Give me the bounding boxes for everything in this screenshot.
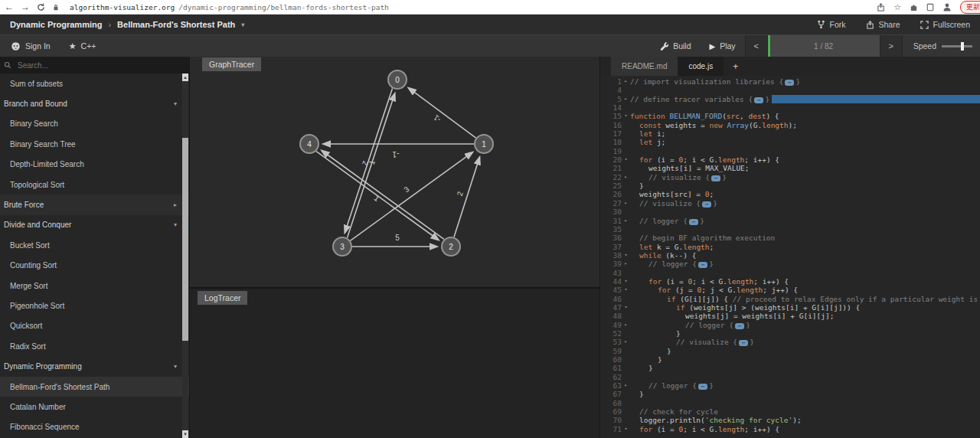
step-prev-button[interactable]: < [745,35,768,57]
log-tracer-panel[interactable]: LogTracer [190,287,599,438]
algorithm-list: Sum of subsetsBranch and Bound▾Binary Se… [0,74,189,437]
breadcrumb-category[interactable]: Dynamic Programming [10,20,102,29]
sidebar-item[interactable]: Merge Sort [0,276,189,296]
scroll-down-icon[interactable]: ▼ [182,430,188,438]
fullscreen-icon [920,21,929,29]
share-page-icon[interactable] [877,3,885,11]
search-bar[interactable] [0,57,189,74]
progress-bar[interactable]: 1 / 82 [768,35,880,57]
graph-canvas[interactable]: -1-121325101234 [190,57,599,287]
sidebar-item[interactable]: Binary Search Tree [0,134,189,154]
fold-widget-icon[interactable]: ▸ [622,217,630,225]
forward-icon[interactable]: → [21,2,30,11]
speed-slider-thumb[interactable] [961,42,964,51]
fold-widget-icon[interactable]: ▾ [622,303,630,312]
sidebar-item[interactable]: Depth-Limited Search [0,155,189,175]
fold-widget-icon[interactable]: ▾ [622,251,630,260]
add-tab-button[interactable]: + [724,57,747,76]
fold-spacer [622,269,630,277]
bookmark-star-icon[interactable]: ☆ [893,3,901,11]
url-domain: algorithm-visualizer.org [70,3,175,11]
execution-highlight [772,95,980,103]
browser-update-button[interactable]: 更新 [960,1,980,14]
reload-icon[interactable] [37,3,45,11]
sidebar-item[interactable]: Divide and Conquer▾ [0,215,189,235]
fold-widget-icon[interactable]: ▸ [622,321,630,329]
language-select[interactable]: ★ C++ [69,41,96,51]
fold-widget-icon[interactable]: ▸ [622,173,630,181]
fold-widget-icon[interactable]: ▾ [622,277,630,286]
code-line: 43 [603,269,980,277]
fork-button[interactable]: Fork [817,20,846,29]
build-button[interactable]: Build [650,35,700,57]
code-line: 27▸// visualize {⋯} [603,199,980,208]
sidepanel-icon[interactable] [926,3,934,11]
fold-widget-icon[interactable]: ▸ [622,260,630,268]
sidebar-scrollbar[interactable]: ▲ ▼ [182,74,188,438]
fold-placeholder: ⋯ [698,384,707,390]
fold-placeholder: ⋯ [689,219,698,225]
progress-text: 1 / 82 [814,42,833,51]
back-icon[interactable]: ← [5,2,14,11]
fold-placeholder: ⋯ [785,80,794,86]
sidebar-item[interactable]: Pigeonhole Sort [0,296,189,315]
fold-spacer [622,208,630,216]
sidebar-item[interactable]: Radix Sort [0,336,189,356]
profile-avatar-icon[interactable] [942,2,952,11]
fold-spacer [622,373,630,381]
fold-spacer [622,234,630,242]
fold-widget-icon[interactable]: ▸ [622,338,630,346]
page-title[interactable]: Bellman-Ford's Shortest Path [117,20,235,29]
fold-placeholder: ⋯ [702,201,711,208]
sidebar-item[interactable]: Brute Force▸ [0,194,189,214]
search-input[interactable] [16,60,154,70]
sidebar-item[interactable]: Branch and Bound▾ [0,93,189,113]
code-line: 15▾function BELLMAN_FORD(src, dest) { [603,112,980,120]
fold-widget-icon[interactable]: ▸ [622,77,630,86]
sidebar-item[interactable]: Fibonacci Sequence [0,417,189,437]
graph-edge [322,151,444,240]
sidebar-item[interactable]: Sum of subsets [0,74,189,93]
fold-widget-icon[interactable]: ▸ [622,199,630,208]
sidebar-item[interactable]: Bellman-Ford's Shortest Path [0,377,189,397]
share-button[interactable]: Share [866,20,900,29]
scrollbar-thumb[interactable] [182,138,188,341]
fold-spacer [622,190,630,198]
edge-weight-label: -1 [392,150,399,159]
sidebar-item[interactable]: Dynamic Programming▾ [0,356,189,376]
edge-weight-label: 1 [373,194,381,203]
fold-widget-icon[interactable]: ▾ [622,112,630,120]
fold-placeholder: ⋯ [739,340,748,346]
sidebar-item[interactable]: Binary Search [0,114,189,134]
fold-widget-icon[interactable]: ▸ [622,95,630,103]
fold-widget-icon[interactable]: ▾ [622,425,630,433]
sign-in-button[interactable]: Sign In [11,41,51,51]
sidebar-item[interactable]: Catalan Number [0,397,189,417]
fold-widget-icon[interactable]: ▸ [622,381,630,390]
sidebar-item[interactable]: Bucket Sort [0,235,189,255]
sidebar-item[interactable]: Quicksort [0,316,189,336]
fullscreen-button[interactable]: Fullscreen [920,20,970,29]
code-editor[interactable]: 1▸// import visualization libraries {⋯}4… [600,76,980,438]
code-line: 36// begin BF algorithm execution [603,234,980,242]
fold-spacer [622,129,630,138]
graph-node-label: 2 [449,243,453,251]
fold-spacer [622,399,630,407]
graph-tracer-panel[interactable]: -1-121325101234 GraphTracer [190,57,599,287]
url-bar[interactable]: algorithm-visualizer.org/dynamic-program… [70,3,389,11]
tab-codejs[interactable]: code.js [678,57,724,76]
code-line: 48weights[j] = weights[i] + G[i][j]; [603,312,980,320]
speed-slider[interactable] [942,45,972,47]
scroll-up-icon[interactable]: ▲ [182,74,188,81]
fold-widget-icon[interactable]: ▾ [622,286,630,294]
tab-readme[interactable]: README.md [611,57,678,76]
sidebar-item[interactable]: Topological Sort [0,175,189,194]
title-dropdown-caret-icon[interactable]: ▾ [241,21,244,28]
fold-widget-icon[interactable]: ▾ [622,155,630,164]
step-next-button[interactable]: > [880,35,903,57]
sidebar-item[interactable]: Counting Sort [0,256,189,276]
app-toolbar: Sign In ★ C++ Build ▶ Play < 1 / 82 > [0,34,980,57]
extensions-puzzle-icon[interactable] [910,3,918,11]
play-button[interactable]: ▶ Play [700,35,744,57]
code-line: 20▾for (i = 0; i < G.length; i++) { [603,155,980,164]
